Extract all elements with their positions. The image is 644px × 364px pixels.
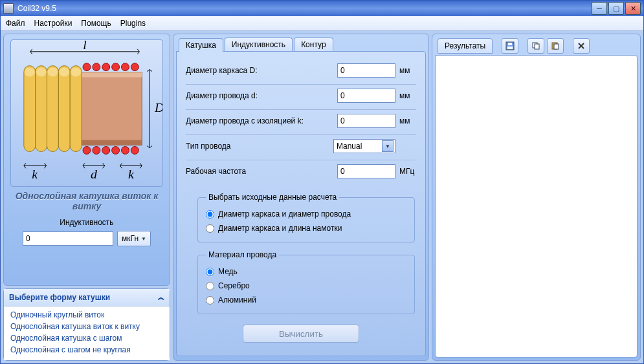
toolbar-paste-icon[interactable]	[547, 38, 564, 54]
dim-l: l	[83, 40, 87, 52]
radio-source-1-label: Диаметр каркаса и диаметр провода	[218, 209, 351, 219]
radio-material-aluminium-input[interactable]	[206, 296, 214, 305]
dim-k-right: k	[128, 167, 135, 181]
svg-point-11	[36, 68, 47, 77]
unit-D: мм	[399, 66, 416, 75]
list-item[interactable]: Одиночный круглый виток	[4, 309, 170, 321]
label-D: Диаметр каркаса D:	[186, 66, 333, 75]
tab-body: Диаметр каркаса D: мм Диаметр провода d:…	[176, 51, 426, 356]
window-buttons: ─ ▢ ✕	[592, 2, 641, 15]
client-area: l D	[1, 31, 643, 363]
toolbar-copy-icon[interactable]	[527, 38, 544, 54]
coil-title-line1: Однослойная катушка виток к	[10, 191, 163, 201]
results-area[interactable]	[435, 55, 638, 358]
radio-source-1-input[interactable]	[206, 210, 214, 219]
radio-material-copper[interactable]: Медь	[206, 264, 406, 279]
radio-material-silver-input[interactable]	[206, 282, 214, 290]
svg-point-15	[83, 63, 91, 71]
label-wire-type: Тип провода	[186, 142, 329, 151]
radio-source-1[interactable]: Диаметр каркаса и диаметр провода	[206, 207, 406, 221]
menu-plugins[interactable]: Plugins	[120, 19, 146, 28]
app-window: Coil32 v9.5 ─ ▢ ✕ Файл Настройки Помощь …	[0, 0, 644, 364]
left-upper-panel: l D	[3, 34, 170, 286]
inductance-input[interactable]	[23, 231, 113, 246]
coil-shape-panel: Выберите форму катушки ︽ Одиночный кругл…	[3, 288, 170, 361]
coil-shape-header[interactable]: Выберите форму катушки ︽	[4, 289, 170, 306]
dim-d: d	[91, 167, 97, 181]
center-tabs: Катушка Индуктивность Контур	[176, 37, 426, 51]
menubar: Файл Настройки Помощь Plugins	[1, 16, 643, 31]
input-freq[interactable]	[337, 164, 395, 178]
list-item[interactable]: Однослойная с шагом не круглая	[4, 344, 170, 356]
chevron-down-icon: ▼	[382, 140, 394, 152]
radio-material-silver[interactable]: Серебро	[206, 279, 406, 293]
tab-inductance[interactable]: Индуктивность	[225, 37, 293, 51]
calculate-button[interactable]: Вычислить	[243, 325, 359, 343]
close-button[interactable]: ✕	[625, 2, 641, 15]
legend-material: Материал провода	[206, 250, 279, 259]
legend-source: Выбрать исходные данные расчета	[206, 193, 339, 202]
inductance-section: Индуктивность мкГн ▼	[10, 218, 163, 246]
dim-k-left: k	[32, 167, 38, 181]
svg-rect-32	[508, 43, 512, 45]
coil-title: Однослойная катушка виток к витку	[10, 191, 163, 211]
svg-point-21	[83, 147, 91, 155]
dim-D: D	[154, 100, 162, 114]
inductance-label: Индуктивность	[10, 218, 163, 227]
radio-material-copper-label: Медь	[218, 267, 238, 276]
radio-source-2[interactable]: Диаметр каркаса и длина намотки	[206, 221, 406, 235]
coil-shape-title: Выберите форму катушки	[9, 293, 110, 302]
tab-contour[interactable]: Контур	[294, 37, 333, 51]
input-D[interactable]	[337, 63, 395, 78]
svg-point-14	[71, 68, 81, 77]
svg-rect-9	[70, 66, 82, 152]
unit-k: мм	[399, 116, 416, 125]
svg-rect-8	[58, 66, 70, 152]
input-d[interactable]	[337, 89, 395, 103]
toolbar-save-icon[interactable]	[502, 38, 518, 54]
svg-rect-31	[507, 47, 513, 49]
svg-point-18	[112, 63, 120, 71]
coil-diagram: l D	[10, 39, 163, 187]
svg-point-10	[25, 68, 35, 77]
left-column: l D	[3, 34, 170, 361]
group-wire-material: Материал провода Медь Серебро Алюминий	[197, 250, 415, 314]
menu-settings[interactable]: Настройки	[34, 19, 72, 28]
minimize-button[interactable]: ─	[592, 2, 607, 15]
svg-point-13	[59, 68, 69, 77]
radio-source-2-label: Диаметр каркаса и длина намотки	[218, 224, 342, 233]
group-source-data: Выбрать исходные данные расчета Диаметр …	[197, 193, 415, 242]
maximize-button[interactable]: ▢	[608, 2, 624, 15]
menu-file[interactable]: Файл	[6, 19, 25, 28]
list-item[interactable]: Однослойная катушка с шагом	[4, 332, 170, 344]
list-item[interactable]: Однослойная катушка виток к витку	[4, 321, 170, 332]
radio-source-2-input[interactable]	[206, 224, 214, 233]
tab-results[interactable]: Результаты	[438, 38, 493, 54]
svg-rect-6	[36, 66, 47, 152]
svg-point-23	[102, 147, 110, 155]
app-icon	[3, 3, 14, 14]
label-freq: Рабочая частота	[186, 167, 333, 176]
svg-point-12	[48, 68, 58, 77]
input-k[interactable]	[337, 114, 395, 128]
toolbar-clear-icon[interactable]	[573, 38, 590, 54]
coil-shape-list[interactable]: Одиночный круглый виток Однослойная кату…	[4, 306, 170, 360]
radio-material-copper-input[interactable]	[206, 268, 214, 276]
unit-freq: МГц	[399, 167, 416, 176]
inductance-unit-combo[interactable]: мкГн ▼	[117, 231, 151, 246]
titlebar: Coil32 v9.5 ─ ▢ ✕	[1, 1, 643, 16]
svg-rect-36	[554, 44, 559, 49]
radio-material-aluminium[interactable]: Алюминий	[206, 293, 406, 307]
svg-point-25	[122, 147, 129, 155]
unit-d: мм	[399, 91, 416, 100]
row-diameter-wire: Диаметр провода d: мм	[186, 85, 416, 110]
menu-help[interactable]: Помощь	[81, 19, 111, 28]
svg-rect-34	[535, 44, 539, 49]
svg-point-19	[122, 63, 129, 71]
select-wire-type[interactable]: Manual ▼	[333, 139, 395, 153]
svg-point-24	[112, 147, 120, 155]
coil-diagram-svg: l D	[11, 40, 162, 186]
coil-title-line2: витку	[10, 201, 163, 211]
tab-coil[interactable]: Катушка	[179, 38, 223, 52]
right-panel: Результаты	[432, 34, 641, 361]
